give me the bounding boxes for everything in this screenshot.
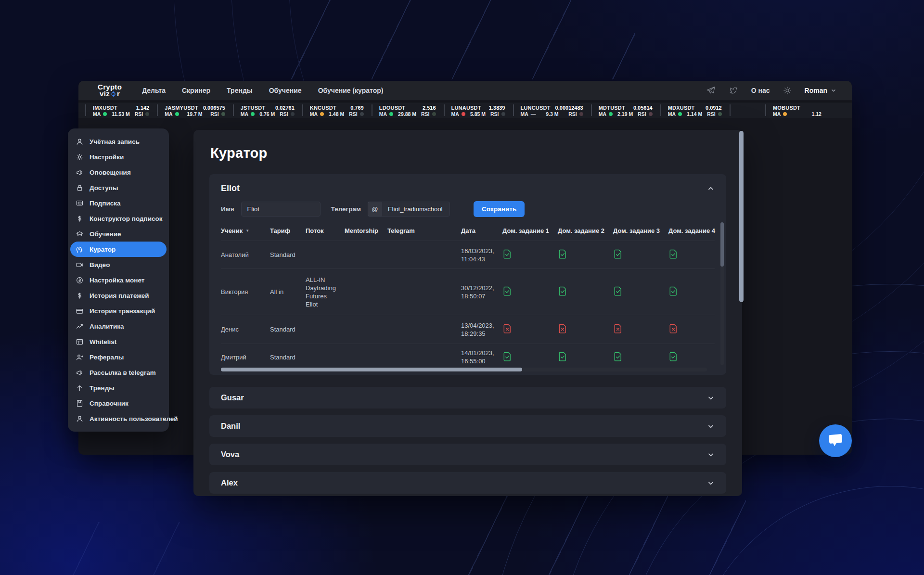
expand-chevron-down-icon[interactable]	[707, 451, 715, 459]
ticker-item-mobusdt[interactable]: MOBUSDTMA 1.12	[766, 102, 852, 118]
sidebar-item-12[interactable]: Аналитика	[70, 319, 167, 334]
ticker-item-lunausdt[interactable]: LUNAUSDT1.3839MA 5.85 MRSI	[445, 102, 511, 118]
table-vertical-scrollbar-thumb[interactable]	[720, 222, 724, 267]
ticker-item-jstusdt[interactable]: JSTUSDT0.02761MA 0.76 MRSI	[234, 102, 300, 118]
nav-item-0[interactable]: Дельта	[142, 87, 166, 94]
sidebar-item-label: Справочник	[90, 400, 128, 407]
sidebar-item-6[interactable]: Обучение	[70, 226, 167, 242]
table-vertical-scrollbar[interactable]	[720, 222, 724, 365]
homework-status-done-icon[interactable]	[613, 351, 623, 362]
sidebar-item-16[interactable]: Тренды	[70, 380, 167, 396]
homework-status-done-icon[interactable]	[613, 249, 623, 259]
homework-status-missed-icon[interactable]	[668, 323, 678, 334]
theme-toggle-sun-icon[interactable]	[783, 86, 792, 95]
column-header-3[interactable]: Mentorship	[345, 227, 387, 234]
column-header-2[interactable]: Поток	[306, 227, 345, 234]
student-name: Дмитрий	[221, 349, 270, 366]
sidebar-item-14[interactable]: Рефералы	[70, 349, 167, 365]
user-plus-icon	[76, 353, 84, 361]
ticker-item-mdxusdt[interactable]: MDXUSDT0.0912MA 1.14 MRSI	[661, 102, 728, 118]
expand-chevron-down-icon[interactable]	[707, 479, 715, 487]
nav-item-2[interactable]: Тренды	[227, 87, 253, 94]
curator-name: Danil	[221, 422, 240, 431]
sidebar-item-0[interactable]: Учётная запись	[70, 134, 167, 149]
nav-item-3[interactable]: Обучение	[269, 87, 302, 94]
twitter-icon[interactable]	[729, 86, 738, 95]
ticker-item-jasmyusdt[interactable]: JASMYUSDT0.006575MA 19.7 MRSI	[158, 102, 231, 118]
curator-panel-gusar[interactable]: Gusar	[209, 387, 726, 409]
sidebar-item-13[interactable]: Whitelist	[70, 334, 167, 349]
expand-chevron-down-icon[interactable]	[707, 422, 715, 430]
page-vertical-scrollbar[interactable]	[739, 131, 744, 302]
column-header-4[interactable]: Telegram	[387, 227, 461, 234]
column-header-5[interactable]: Дата	[461, 227, 502, 234]
column-header-0[interactable]: Ученик▼	[221, 227, 270, 234]
sidebar-item-1[interactable]: Настройки	[70, 149, 167, 165]
video-icon	[76, 261, 84, 269]
curator-name-input[interactable]	[241, 202, 321, 217]
nav-item-1[interactable]: Скринер	[182, 87, 210, 94]
sidebar-item-10[interactable]: История платежей	[70, 288, 167, 303]
homework-status-done-icon[interactable]	[613, 286, 623, 296]
sidebar-item-8[interactable]: Видео	[70, 257, 167, 272]
sidebar-item-label: Whitelist	[90, 338, 116, 345]
column-header-7[interactable]: Дом. задание 2	[558, 227, 613, 234]
sidebar-item-4[interactable]: Подписка	[70, 195, 167, 211]
curator-name: Alex	[221, 478, 238, 487]
column-header-8[interactable]: Дом. задание 3	[613, 227, 668, 234]
sidebar-item-11[interactable]: История транзакций	[70, 303, 167, 319]
sidebar-item-7[interactable]: Куратор	[70, 242, 167, 257]
horizontal-scrollbar-thumb[interactable]	[221, 368, 522, 371]
homework-status-missed-icon[interactable]	[558, 323, 567, 334]
nav-item-4[interactable]: Обучение (куратор)	[318, 87, 384, 94]
horizontal-scrollbar[interactable]	[221, 368, 707, 371]
homework-status-done-icon[interactable]	[668, 249, 678, 259]
user-menu[interactable]: Roman	[805, 87, 836, 94]
ticker-item-mdtusdt[interactable]: MDTUSDT0.05614MA 2.19 MRSI	[592, 102, 658, 118]
student-row-Анатолий[interactable]: АнатолийStandard16/03/2023,11:04:43	[221, 241, 715, 269]
homework-status-missed-icon[interactable]	[613, 323, 623, 334]
ticker-item-imxusdt[interactable]: IMXUSDT1.142MA 11.53 MRSI	[86, 102, 155, 118]
ticker-item-luncusdt[interactable]: LUNCUSDT0.00012483MA —9.3 MRSI	[514, 102, 589, 118]
curator-panel-danil[interactable]: Danil	[209, 415, 726, 437]
about-link[interactable]: О нас	[751, 87, 770, 94]
homework-status-done-icon[interactable]	[502, 351, 512, 362]
homework-status-done-icon[interactable]	[502, 249, 512, 259]
expand-chevron-down-icon[interactable]	[707, 394, 715, 402]
student-row-Дмитрий[interactable]: ДмитрийStandard14/01/2023,16:55:00	[221, 344, 715, 369]
sidebar-item-3[interactable]: Доступы	[70, 180, 167, 195]
homework-status-done-icon[interactable]	[668, 286, 678, 296]
curator-telegram-input[interactable]	[382, 202, 450, 217]
curators-list: GusarDanilVovaAlex	[209, 387, 726, 494]
sidebar-item-5[interactable]: Конструктор подписок	[70, 211, 167, 226]
collapse-chevron-up-icon[interactable]	[707, 185, 715, 192]
app-logo[interactable]: Crypto vizr	[98, 84, 122, 97]
homework-status-done-icon[interactable]	[668, 351, 678, 362]
save-button[interactable]: Сохранить	[474, 201, 525, 217]
sidebar-item-label: История платежей	[90, 292, 149, 299]
book-icon	[76, 399, 84, 408]
student-row-Виктория[interactable]: ВикторияAll inALL-INDaytradingFuturesEli…	[221, 269, 715, 315]
telegram-icon[interactable]	[706, 86, 716, 95]
ticker-item-kncusdt[interactable]: KNCUSDT0.769MA 1.48 MRSI	[303, 102, 370, 118]
student-row-Денис[interactable]: ДенисStandard13/04/2023,18:29:35	[221, 315, 715, 344]
column-header-6[interactable]: Дом. задание 1	[502, 227, 558, 234]
column-header-9[interactable]: Дом. задание 4	[668, 227, 717, 234]
sidebar-item-2[interactable]: Оповещения	[70, 165, 167, 180]
curator-panel-vova[interactable]: Vova	[209, 444, 726, 465]
homework-status-done-icon[interactable]	[558, 351, 567, 362]
homework-status-missed-icon[interactable]	[502, 323, 512, 334]
sidebar-item-17[interactable]: Справочник	[70, 396, 167, 411]
sidebar-item-18[interactable]: Активность пользователей	[70, 411, 167, 426]
sidebar-item-9[interactable]: Настройка монет	[70, 272, 167, 288]
ticker-item-ldousdt[interactable]: LDOUSDT2.516MA 29.88 MRSI	[372, 102, 442, 118]
homework-status-done-icon[interactable]	[558, 286, 567, 296]
column-header-1[interactable]: Тариф	[270, 227, 306, 234]
homework-status-done-icon[interactable]	[558, 249, 567, 259]
student-name: Денис	[221, 321, 270, 338]
gear-icon	[76, 153, 84, 161]
chat-button[interactable]	[819, 424, 852, 457]
curator-panel-alex[interactable]: Alex	[209, 472, 726, 494]
homework-status-done-icon[interactable]	[502, 286, 512, 296]
sidebar-item-15[interactable]: Рассылка в telegram	[70, 365, 167, 380]
